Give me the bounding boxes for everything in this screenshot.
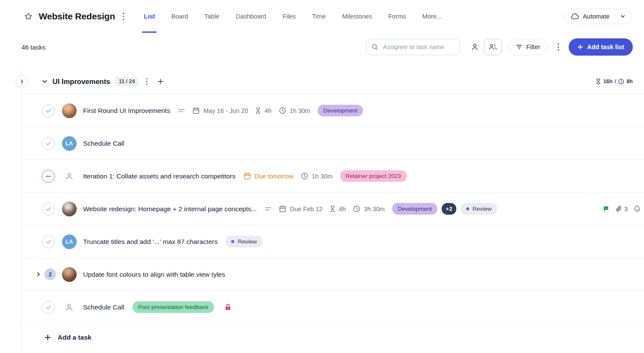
task-title[interactable]: Truncate titles and add ‘...’ max 87 cha… [83, 238, 217, 246]
group-time-summary: 16h / 8h [596, 78, 633, 84]
task-blocked-checkbox[interactable] [42, 170, 55, 183]
estimated-time[interactable]: 4h [255, 107, 271, 114]
search-input[interactable] [382, 43, 454, 51]
task-list-section: UI Improvements 11 / 24 16h / 8h First R… [22, 69, 644, 351]
task-title[interactable]: Iteration 1: Collate assets and research… [83, 172, 235, 180]
group-add-task-icon[interactable] [155, 78, 166, 85]
due-date[interactable]: Due Feb 12 [279, 205, 322, 212]
task-complete-checkbox[interactable] [42, 235, 55, 248]
task-title[interactable]: Schedule Call [83, 140, 124, 147]
status-review-badge[interactable]: Review [461, 203, 497, 215]
group-menu-icon[interactable] [143, 77, 150, 86]
group-assignee-icon[interactable] [484, 39, 502, 55]
group-collapse-icon[interactable] [42, 78, 48, 84]
tab-list[interactable]: List [136, 0, 163, 33]
avatar[interactable] [62, 267, 77, 282]
view-tabs: List Board Table Dashboard Files Time Mi… [136, 0, 450, 33]
avatar[interactable] [62, 103, 77, 118]
description-icon[interactable] [178, 109, 185, 113]
bell-icon[interactable] [634, 205, 641, 212]
tab-dashboard[interactable]: Dashboard [227, 0, 274, 33]
task-title[interactable]: First Round UI Improvements [83, 107, 170, 115]
chevron-down-icon[interactable] [615, 14, 625, 19]
group-name[interactable]: UI Improvements [53, 78, 110, 86]
clock-icon [279, 107, 286, 114]
hourglass-icon [255, 107, 261, 114]
group-progress-badge: 11 / 24 [115, 77, 139, 86]
search-box[interactable] [366, 39, 460, 55]
project-header: Website Redesign List Board Table Dashbo… [0, 0, 644, 33]
description-icon[interactable] [265, 207, 272, 211]
clock-icon [301, 172, 308, 180]
task-row: 2 Update font colours to align with tabl… [22, 258, 644, 291]
tab-time[interactable]: Time [304, 0, 334, 33]
tag-development[interactable]: Development [392, 203, 438, 215]
task-complete-checkbox[interactable] [42, 203, 55, 216]
task-complete-checkbox[interactable] [42, 301, 55, 314]
tab-board[interactable]: Board [163, 0, 196, 33]
expand-subtasks-icon[interactable] [36, 272, 41, 277]
group-estimated-time: 16h [603, 78, 613, 84]
add-task-button[interactable]: Add a task [22, 323, 644, 351]
task-group-header: UI Improvements 11 / 24 16h / 8h [22, 69, 644, 94]
tab-more[interactable]: More... [414, 0, 450, 33]
due-date[interactable]: Due tomorrow [244, 172, 294, 180]
subtask-count-badge[interactable]: 2 [44, 269, 56, 280]
tab-forms[interactable]: Forms [380, 0, 414, 33]
more-tags-badge[interactable]: +2 [442, 203, 456, 215]
task-count: 46 tasks [22, 44, 46, 51]
attachment-count: 3 [624, 206, 628, 212]
tab-milestones[interactable]: Milestones [334, 0, 380, 33]
search-icon [372, 44, 378, 50]
task-title[interactable]: Schedule Call [83, 303, 124, 311]
calendar-icon [279, 205, 286, 212]
tab-table[interactable]: Table [196, 0, 228, 33]
hourglass-icon [596, 78, 601, 84]
filter-icon [516, 44, 523, 50]
add-task-list-button[interactable]: Add task list [569, 38, 633, 56]
logged-time[interactable]: 1h 30m [279, 107, 310, 114]
group-time-separator: / [615, 78, 616, 84]
assignee-view-toggle [466, 39, 502, 55]
due-date[interactable]: May 16 - Jun 20 [192, 107, 248, 114]
star-icon[interactable] [24, 12, 33, 21]
tag-development[interactable]: Development [318, 105, 363, 116]
task-complete-checkbox[interactable] [42, 104, 55, 117]
page-title: Website Redesign [39, 11, 115, 22]
filter-button[interactable]: Filter [508, 39, 548, 55]
lock-icon [224, 303, 232, 311]
logged-time[interactable]: 3h 30m [353, 205, 384, 212]
unassigned-person-icon[interactable] [62, 303, 77, 312]
task-row: Iteration 1: Collate assets and research… [22, 159, 644, 192]
tag-retainer-project[interactable]: Retainer project 2023 [340, 170, 407, 182]
add-task-label: Add a task [58, 334, 91, 341]
task-title[interactable]: Website redesign: Homepage + 2 internal … [83, 205, 257, 213]
list-toolbar: 46 tasks Filter [0, 33, 644, 61]
avatar[interactable]: LA [62, 234, 77, 249]
avatar[interactable]: LA [62, 136, 77, 151]
status-review-badge[interactable]: Review [226, 236, 262, 247]
estimated-time[interactable]: 4h [330, 206, 346, 212]
task-row: Schedule Call Post presentation feedback [22, 291, 644, 323]
paperclip-icon [616, 206, 622, 212]
task-row: LA Schedule Call [22, 127, 644, 159]
collapse-panel-button[interactable] [15, 75, 28, 87]
avatar[interactable] [62, 202, 77, 216]
toolbar-actions: Filter Add task list [366, 38, 633, 56]
flag-icon[interactable] [603, 206, 610, 212]
task-row: First Round UI Improvements May 16 - Jun… [22, 94, 644, 127]
automate-button[interactable]: Automate [564, 9, 632, 24]
task-complete-checkbox[interactable] [42, 137, 55, 150]
unassigned-person-icon[interactable] [62, 172, 77, 181]
plus-icon [577, 44, 583, 50]
task-title[interactable]: Update font colours to align with table.… [83, 271, 225, 278]
filter-label: Filter [526, 44, 540, 50]
tab-files[interactable]: Files [274, 0, 304, 33]
logged-time[interactable]: 1h 30m [301, 172, 332, 180]
single-assignee-icon[interactable] [466, 39, 484, 55]
attachments[interactable]: 3 [616, 206, 628, 212]
tag-post-presentation-feedback[interactable]: Post presentation feedback [133, 301, 214, 313]
toolbar-menu-icon[interactable] [554, 41, 563, 53]
group-logged-time: 8h [626, 78, 633, 84]
project-menu-icon[interactable] [119, 11, 128, 22]
